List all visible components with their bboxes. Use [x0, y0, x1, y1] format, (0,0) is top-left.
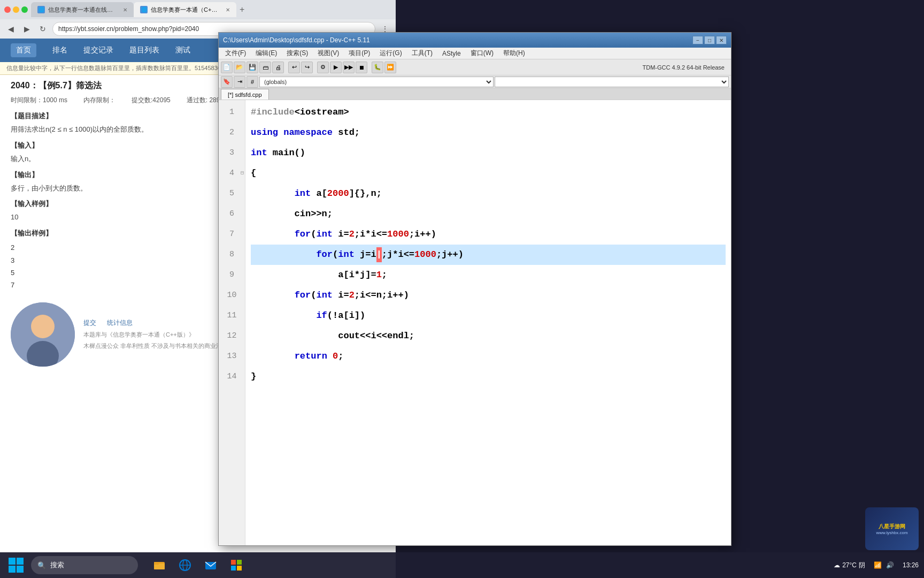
line-num-6: 6: [219, 204, 245, 224]
tb-step[interactable]: ⏩: [384, 62, 396, 73]
taskbar-app-store[interactable]: [225, 554, 248, 576]
taskbar-app-browser[interactable]: [173, 554, 197, 576]
tab-label-2: 信息学奥赛一本通（C++版）在...: [151, 6, 220, 14]
tb-run[interactable]: ▶: [330, 62, 342, 73]
line-num-1: 1: [219, 102, 245, 123]
editor-tab-main[interactable]: [*] sdfsfd.cpp: [221, 89, 269, 100]
compiler-label: TDM-GCC 4.9.2 64-bit Release: [643, 64, 729, 71]
function-dropdown2[interactable]: [495, 77, 729, 87]
line-num-5: 5: [219, 184, 245, 204]
menu-file[interactable]: 文件(F): [221, 48, 250, 59]
svg-rect-6: [17, 566, 24, 573]
volume-icon[interactable]: 🔊: [886, 561, 894, 569]
tb-new[interactable]: 📄: [221, 62, 233, 73]
search-icon: 🔍: [37, 561, 46, 569]
nav-home[interactable]: 首页: [11, 43, 36, 57]
line-num-2: 2: [219, 123, 245, 143]
menu-tools[interactable]: 工具(T): [407, 48, 437, 59]
tb-save[interactable]: 💾: [247, 62, 258, 73]
menu-edit[interactable]: 编辑(E): [251, 48, 281, 59]
lyshbx-logo: 八星手游网 www.lyshbx.com: [865, 507, 919, 550]
tb-redo[interactable]: ↪: [301, 62, 313, 73]
tb-debug[interactable]: 🐛: [372, 62, 383, 73]
code-line-2: using namespace std;: [251, 123, 726, 143]
weather-widget: ☁ 27°C 阴: [834, 561, 865, 570]
menu-view[interactable]: 视图(V): [313, 48, 343, 59]
menu-run[interactable]: 运行(G): [375, 48, 406, 59]
line-num-10: 10: [219, 285, 245, 306]
code-line-12: cout<<i<<endl;: [251, 326, 726, 346]
start-button[interactable]: [5, 554, 27, 576]
weather-temp: 27°C: [842, 561, 857, 569]
minimize-dot[interactable]: [13, 6, 19, 13]
menu-help[interactable]: 帮助(H): [499, 48, 529, 59]
tb-comment[interactable]: #: [247, 76, 258, 88]
nav-problem-list[interactable]: 题目列表: [129, 45, 159, 55]
clock-time: 13:26: [903, 561, 919, 570]
submit-count: 提交数:42095: [132, 96, 171, 105]
forward-button[interactable]: ▶: [20, 22, 33, 35]
line-num-4: 4 ⊟: [219, 163, 245, 184]
weather-icon: ☁: [834, 561, 840, 569]
svg-rect-14: [231, 560, 236, 565]
minimize-button[interactable]: −: [692, 36, 703, 44]
tb-compilerun[interactable]: ▶▶: [343, 62, 355, 73]
line-num-12: 12: [219, 326, 245, 346]
svg-rect-5: [9, 566, 16, 573]
browser-titlebar: 🌐 信息学奥赛一本通在线测评系统 ✕ 🌐 信息学奥赛一本通（C++版）在... …: [0, 0, 396, 19]
menu-search[interactable]: 搜索(S): [282, 48, 312, 59]
taskbar-search-box[interactable]: 🔍 搜索: [31, 556, 138, 574]
taskbar-app-explorer[interactable]: [148, 554, 171, 576]
window-close-button[interactable]: ✕: [716, 36, 727, 44]
avatar-container: [11, 302, 75, 367]
browser-tab-1[interactable]: 🌐 信息学奥赛一本通在线测评系统 ✕: [31, 2, 134, 17]
svg-rect-9: [154, 562, 159, 565]
nav-ranking[interactable]: 排名: [52, 45, 67, 55]
search-placeholder: 搜索: [50, 560, 64, 570]
back-button[interactable]: ◀: [4, 22, 17, 35]
stats-link[interactable]: 统计信息: [107, 318, 133, 328]
nav-submit-record[interactable]: 提交记录: [83, 45, 113, 55]
close-dot[interactable]: [4, 6, 11, 13]
line-num-8: 8: [219, 245, 245, 265]
maximize-dot[interactable]: [21, 6, 28, 13]
tab-close-1[interactable]: ✕: [123, 7, 127, 13]
tb-stop[interactable]: ⏹: [356, 62, 367, 73]
code-line-10: for(int i=2;i<=n;i++): [251, 285, 726, 306]
line-num-11: 11: [219, 306, 245, 326]
browser-tab-2[interactable]: 🌐 信息学奥赛一本通（C++版）在... ✕: [134, 2, 236, 17]
code-line-3: int main(): [251, 143, 726, 163]
tb-print[interactable]: 🖨: [272, 62, 284, 73]
taskbar-right: ☁ 27°C 阴 📶 🔊 13:26: [834, 561, 919, 570]
nav-test[interactable]: 测试: [175, 45, 190, 55]
new-tab-button[interactable]: +: [236, 5, 248, 14]
code-line-13: return 0;: [251, 346, 726, 367]
tb-bookmark[interactable]: 🔖: [221, 76, 233, 88]
menu-window[interactable]: 窗口(W): [466, 48, 498, 59]
line-num-7: 7: [219, 224, 245, 245]
code-line-8: for(int j=i|;j*i<=1000;j++): [251, 245, 726, 265]
tb-compile[interactable]: ⚙: [317, 62, 329, 73]
submit-link[interactable]: 提交: [83, 318, 96, 328]
line-num-3: 3: [219, 143, 245, 163]
code-line-1: #include<iostream>: [251, 102, 726, 123]
tb-indent[interactable]: ⇥: [234, 76, 245, 88]
tb-open[interactable]: 📂: [234, 62, 245, 73]
tb-saveall[interactable]: 🗃: [259, 62, 271, 73]
taskbar-app-mail[interactable]: [199, 554, 222, 576]
reload-button[interactable]: ↻: [36, 22, 49, 35]
function-dropdown[interactable]: (globals): [259, 77, 494, 87]
address-text: https://ybt.ssoier.cn/problem_show.php?p…: [58, 25, 199, 33]
svg-rect-4: [17, 558, 24, 565]
time-display[interactable]: 13:26: [903, 561, 919, 570]
network-icon[interactable]: 📶: [874, 561, 882, 569]
menu-astyle[interactable]: AStyle: [438, 49, 465, 58]
tb-undo[interactable]: ↩: [288, 62, 300, 73]
svg-rect-15: [237, 560, 242, 565]
time-limit: 时间限制：1000 ms: [11, 96, 67, 105]
restore-button[interactable]: □: [704, 36, 715, 44]
menu-project[interactable]: 项目(P): [344, 48, 374, 59]
svg-rect-17: [237, 566, 242, 571]
tab-close-2[interactable]: ✕: [226, 7, 230, 13]
code-content[interactable]: #include<iostream> using namespace std; …: [245, 100, 731, 545]
